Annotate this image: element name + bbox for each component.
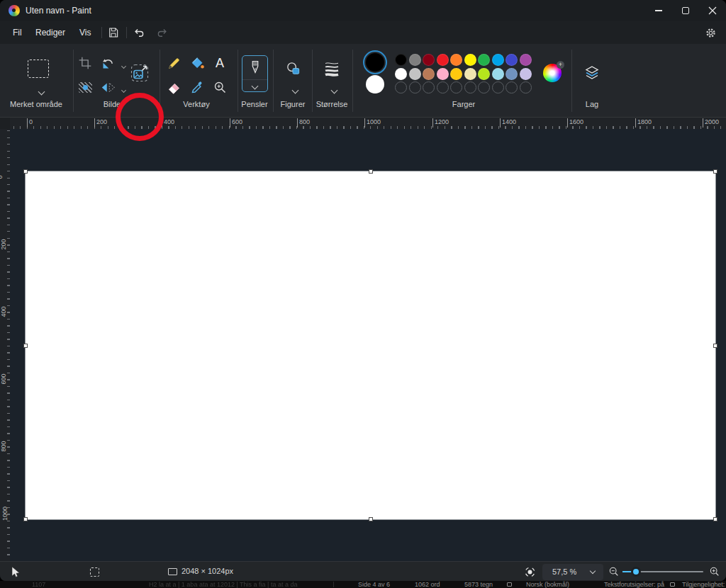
palette-color[interactable] <box>506 68 518 80</box>
palette-empty-slot[interactable] <box>492 81 504 94</box>
close-button[interactable] <box>699 0 726 21</box>
magnifier-tool-button[interactable] <box>211 78 229 96</box>
ruler-label: 1200 <box>432 118 449 128</box>
zoom-slider-thumb[interactable] <box>631 567 641 577</box>
resize-handle[interactable] <box>369 517 373 521</box>
maximize-button[interactable] <box>672 0 699 21</box>
menu-edit[interactable]: Rediger <box>33 26 68 39</box>
menu-separator <box>126 27 127 38</box>
palette-color[interactable] <box>478 68 490 80</box>
ruler-label: 1600 <box>567 118 583 128</box>
select-tool-dropdown[interactable] <box>32 82 50 101</box>
color-picker-tool-button[interactable] <box>188 78 206 96</box>
section-label-colors: Farger <box>414 100 513 108</box>
palette-row-3 <box>395 81 532 94</box>
word-status-item[interactable]: 1062 ord <box>415 581 440 588</box>
palette-empty-slot[interactable] <box>450 81 462 94</box>
word-status-item[interactable]: Tekstforutsigelser: på <box>604 581 664 588</box>
secondary-color-swatch[interactable] <box>366 75 384 94</box>
resize-handle[interactable] <box>23 344 28 348</box>
palette-color[interactable] <box>423 68 435 80</box>
word-status-item[interactable]: Tilgjengelighet: Undersøk <box>682 581 726 588</box>
resize-handle[interactable] <box>23 169 28 174</box>
palette-color[interactable] <box>395 54 407 66</box>
zoom-out-button[interactable] <box>606 564 622 579</box>
palette-empty-slot[interactable] <box>423 81 435 94</box>
drawing-canvas[interactable] <box>26 171 715 519</box>
palette-color[interactable] <box>464 54 476 66</box>
fit-screen-icon <box>524 566 536 578</box>
remove-background-button[interactable] <box>76 78 94 96</box>
cursor-position-indicator <box>7 564 23 579</box>
selection-icon <box>90 567 99 577</box>
palette-empty-slot[interactable] <box>395 81 407 94</box>
resize-handle[interactable] <box>713 169 717 174</box>
word-status-item[interactable]: Side 4 av 6 <box>358 581 390 588</box>
resize-handle[interactable] <box>713 344 717 348</box>
eraser-tool-button[interactable] <box>164 78 183 96</box>
statusbar: 2048 × 1024px 57,5 % <box>0 561 726 581</box>
palette-empty-slot[interactable] <box>520 81 532 94</box>
resize-button[interactable] <box>130 64 149 82</box>
palette-color[interactable] <box>409 54 421 66</box>
minimize-button[interactable] <box>645 0 672 21</box>
palette-color[interactable] <box>395 68 407 80</box>
palette-color[interactable] <box>409 68 421 80</box>
palette-color[interactable] <box>450 54 462 66</box>
palette-color[interactable] <box>520 68 532 80</box>
palette-empty-slot[interactable] <box>409 81 421 94</box>
palette-color[interactable] <box>492 54 504 66</box>
menu-file[interactable]: Fil <box>10 26 25 39</box>
brushes-button[interactable] <box>242 55 268 92</box>
ruler-label: 600 <box>230 118 242 128</box>
palette-empty-slot[interactable] <box>478 81 490 94</box>
palette-color[interactable] <box>492 68 504 80</box>
zoom-in-button[interactable] <box>707 564 722 579</box>
select-tool-button[interactable] <box>27 60 50 78</box>
primary-color-swatch[interactable] <box>366 53 384 72</box>
palette-color[interactable] <box>437 68 449 80</box>
accessibility-icon <box>670 582 675 587</box>
palette-empty-slot[interactable] <box>506 81 518 94</box>
size-button[interactable] <box>323 60 341 78</box>
size-dropdown[interactable] <box>325 81 343 99</box>
layers-button[interactable] <box>583 64 601 82</box>
palette-empty-slot[interactable] <box>464 81 476 94</box>
pencil-icon <box>167 56 182 71</box>
menu-view[interactable]: Vis <box>77 26 94 39</box>
palette-color[interactable] <box>520 54 532 66</box>
redo-button[interactable] <box>155 25 170 40</box>
palette-empty-slot[interactable] <box>437 81 449 94</box>
crop-button[interactable] <box>76 54 94 72</box>
save-button[interactable] <box>106 25 121 40</box>
shapes-dropdown[interactable] <box>286 81 304 99</box>
chevron-down-icon <box>252 83 259 90</box>
word-status-item[interactable]: 5873 tegn <box>464 581 493 588</box>
zoom-level-dropdown[interactable]: 57,5 % <box>542 564 603 580</box>
fit-to-screen-button[interactable] <box>522 564 537 579</box>
resize-handle[interactable] <box>369 169 373 174</box>
word-status-item[interactable]: Norsk (bokmål) <box>526 581 569 588</box>
minimize-icon <box>655 10 662 11</box>
palette-color[interactable] <box>450 68 462 80</box>
palette-color[interactable] <box>437 54 449 66</box>
pencil-tool-button[interactable] <box>164 54 183 72</box>
palette-color[interactable] <box>464 68 476 80</box>
fill-tool-button[interactable] <box>188 54 206 72</box>
cursor-icon <box>10 566 21 578</box>
resize-handle[interactable] <box>23 517 28 521</box>
vertical-ruler: 02004006008001000 <box>0 129 10 561</box>
palette-color[interactable] <box>506 54 518 66</box>
settings-button[interactable] <box>703 25 718 40</box>
palette-color[interactable] <box>423 54 435 66</box>
zoom-slider[interactable] <box>622 571 703 572</box>
shapes-button[interactable] <box>284 60 302 78</box>
zoom-out-icon <box>608 566 620 577</box>
undo-button[interactable] <box>131 25 147 40</box>
text-tool-button[interactable]: A <box>211 54 229 72</box>
titlebar: Uten navn - Paint <box>0 0 726 21</box>
resize-handle[interactable] <box>713 517 717 521</box>
zoom-level-value: 57,5 % <box>552 567 576 576</box>
palette-color[interactable] <box>478 54 490 66</box>
ruler-label: 1000 <box>1 507 9 521</box>
